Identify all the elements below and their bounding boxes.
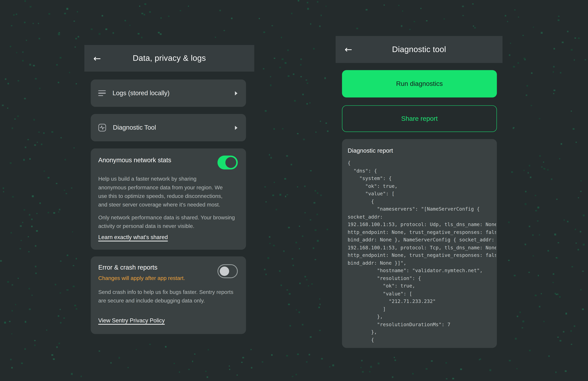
restart-notice: Changes will apply after app restart. bbox=[98, 275, 185, 281]
card-paragraph: Help us build a faster network by sharin… bbox=[98, 175, 223, 209]
sentry-privacy-policy-link[interactable]: View Sentry Privacy Policy bbox=[98, 317, 165, 324]
card-paragraph: Send crash info to help us fix bugs fast… bbox=[98, 288, 233, 305]
row-diagnostic-tool[interactable]: Diagnostic Tool bbox=[91, 114, 246, 141]
page-title: Diagnostic tool bbox=[392, 45, 446, 54]
anonymous-network-stats-card: Anonymous network stats Help us build a … bbox=[91, 148, 246, 250]
button-label: Run diagnostics bbox=[396, 80, 443, 88]
toggle-knob bbox=[225, 157, 236, 168]
app-canvas: ← Data, privacy & logs Logs (stored loca… bbox=[0, 0, 588, 381]
card-title: Anonymous network stats bbox=[98, 157, 171, 164]
learn-whats-shared-link[interactable]: Learn exactly what's shared bbox=[98, 234, 168, 240]
run-diagnostics-button[interactable]: Run diagnostics bbox=[342, 70, 497, 98]
anonymous-network-stats-toggle[interactable] bbox=[217, 156, 238, 169]
toggle-knob bbox=[220, 266, 229, 276]
privacy-header: ← Data, privacy & logs bbox=[84, 45, 254, 72]
chevron-right-icon bbox=[235, 91, 238, 95]
share-report-button[interactable]: Share report bbox=[342, 105, 497, 132]
diagnostic-icon bbox=[98, 124, 106, 132]
page-title: Data, privacy & logs bbox=[133, 54, 206, 63]
back-button[interactable]: ← bbox=[90, 52, 104, 65]
chevron-right-icon bbox=[235, 125, 238, 130]
report-json-output: { "dns": { "system": { "ok": true, "valu… bbox=[348, 159, 496, 348]
back-arrow-icon: ← bbox=[93, 54, 101, 63]
row-logs[interactable]: Logs (stored locally) bbox=[91, 80, 246, 107]
button-label: Share report bbox=[401, 115, 438, 122]
card-title: Error & crash reports bbox=[98, 264, 157, 271]
row-label: Logs (stored locally) bbox=[113, 89, 235, 97]
error-crash-reports-toggle[interactable] bbox=[217, 264, 238, 278]
report-title: Diagnostic report bbox=[348, 147, 393, 154]
card-paragraph: Only network performance data is shared.… bbox=[98, 213, 235, 231]
back-button[interactable]: ← bbox=[342, 43, 355, 56]
diagnostic-report-card: Diagnostic report { "dns": { "system": {… bbox=[342, 139, 497, 348]
logs-icon bbox=[98, 90, 106, 96]
row-label: Diagnostic Tool bbox=[113, 124, 235, 131]
back-arrow-icon: ← bbox=[345, 45, 352, 54]
diagnostic-header: ← Diagnostic tool bbox=[336, 36, 503, 63]
error-crash-reports-card: Error & crash reports Changes will apply… bbox=[91, 256, 246, 334]
